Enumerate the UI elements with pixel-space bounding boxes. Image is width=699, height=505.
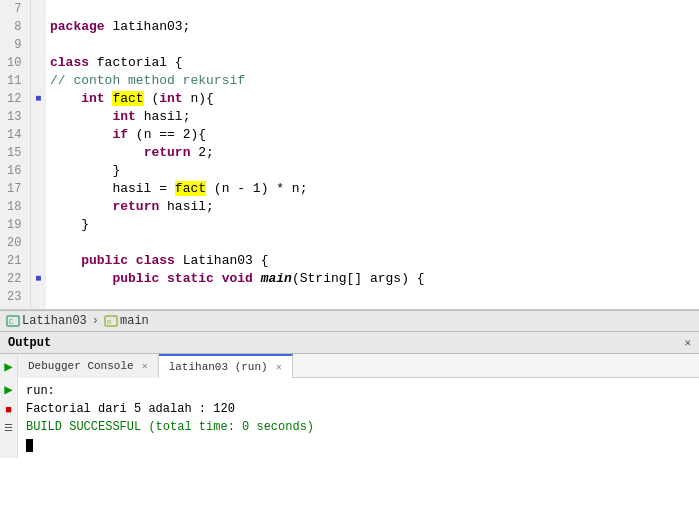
svg-text:C: C bbox=[9, 318, 13, 326]
line-icon bbox=[30, 144, 46, 162]
table-row: 19 } bbox=[0, 216, 699, 234]
line-code bbox=[46, 234, 699, 252]
table-row: 17 hasil = fact (n - 1) * n; bbox=[0, 180, 699, 198]
line-icon bbox=[30, 162, 46, 180]
line-icon bbox=[30, 216, 46, 234]
line-number: 15 bbox=[0, 144, 30, 162]
line-code: if (n == 2){ bbox=[46, 126, 699, 144]
line-code: public class Latihan03 { bbox=[46, 252, 699, 270]
line-code: // contoh method rekursif bbox=[46, 72, 699, 90]
line-code: return hasil; bbox=[46, 198, 699, 216]
method-icon: m bbox=[104, 314, 118, 328]
tab-debugger-close[interactable]: ✕ bbox=[142, 360, 148, 372]
line-icon bbox=[30, 234, 46, 252]
line-code bbox=[46, 288, 699, 306]
output-left-icons: ▶ ▶ ■ ☰ bbox=[0, 354, 18, 458]
table-row: 11 // contoh method rekursif bbox=[0, 72, 699, 90]
line-number: 7 bbox=[0, 0, 30, 18]
line-icon bbox=[30, 18, 46, 36]
line-number: 12 bbox=[0, 90, 30, 108]
breakpoint-icon: ■ bbox=[30, 90, 46, 108]
output-line-factorial: Factorial dari 5 adalah : 120 bbox=[26, 400, 691, 418]
class-icon: C bbox=[6, 314, 20, 328]
line-code bbox=[46, 0, 699, 18]
run-icon[interactable]: ▶ bbox=[4, 358, 12, 375]
table-row: 12 ■ int fact (int n){ bbox=[0, 90, 699, 108]
output-close-icon[interactable]: ✕ bbox=[684, 336, 691, 349]
line-code: hasil = fact (n - 1) * n; bbox=[46, 180, 699, 198]
breadcrumb-separator: › bbox=[92, 314, 99, 328]
output-line-build: BUILD SUCCESSFUL (total time: 0 seconds) bbox=[26, 418, 691, 436]
output-panel: Output ✕ ▶ ▶ ■ ☰ Debugger Console ✕ bbox=[0, 332, 699, 505]
tab-debugger-label: Debugger Console bbox=[28, 360, 134, 372]
breadcrumb-item-class: Latihan03 bbox=[22, 314, 87, 328]
tab-run-label: latihan03 (run) bbox=[169, 361, 268, 373]
output-line-cursor bbox=[26, 436, 691, 454]
line-number: 10 bbox=[0, 54, 30, 72]
table-row: 15 return 2; bbox=[0, 144, 699, 162]
output-line-run: run: bbox=[26, 382, 691, 400]
output-title: Output bbox=[8, 336, 51, 350]
output-tabs: Debugger Console ✕ latihan03 (run) ✕ bbox=[18, 354, 699, 378]
line-number: 19 bbox=[0, 216, 30, 234]
line-number: 9 bbox=[0, 36, 30, 54]
line-number: 18 bbox=[0, 198, 30, 216]
line-icon bbox=[30, 252, 46, 270]
line-number: 21 bbox=[0, 252, 30, 270]
line-number: 17 bbox=[0, 180, 30, 198]
line-code bbox=[46, 36, 699, 54]
line-code: return 2; bbox=[46, 144, 699, 162]
line-code: package latihan03; bbox=[46, 18, 699, 36]
line-number: 20 bbox=[0, 234, 30, 252]
line-icon bbox=[30, 36, 46, 54]
line-icon bbox=[30, 126, 46, 144]
breadcrumb-item-method: main bbox=[120, 314, 149, 328]
run-icon-2[interactable]: ▶ bbox=[4, 381, 12, 398]
table-row: 20 bbox=[0, 234, 699, 252]
editor-area: 7 8 package latihan03; 9 10 class factor… bbox=[0, 0, 699, 310]
line-number: 8 bbox=[0, 18, 30, 36]
line-code: public static void main(String[] args) { bbox=[46, 270, 699, 288]
table-row: 22 ■ public static void main(String[] ar… bbox=[0, 270, 699, 288]
line-code: } bbox=[46, 216, 699, 234]
line-number: 22 bbox=[0, 270, 30, 288]
line-icon bbox=[30, 198, 46, 216]
line-number: 23 bbox=[0, 288, 30, 306]
table-row: 7 bbox=[0, 0, 699, 18]
output-header: Output ✕ bbox=[0, 332, 699, 354]
line-code: class factorial { bbox=[46, 54, 699, 72]
table-row: 23 bbox=[0, 288, 699, 306]
line-icon bbox=[30, 180, 46, 198]
table-row: 10 class factorial { bbox=[0, 54, 699, 72]
table-row: 18 return hasil; bbox=[0, 198, 699, 216]
stop-icon[interactable]: ■ bbox=[5, 404, 12, 416]
tab-debugger-console[interactable]: Debugger Console ✕ bbox=[18, 354, 159, 378]
table-row: 16 } bbox=[0, 162, 699, 180]
line-number: 14 bbox=[0, 126, 30, 144]
line-code: int fact (int n){ bbox=[46, 90, 699, 108]
table-row: 9 bbox=[0, 36, 699, 54]
line-number: 11 bbox=[0, 72, 30, 90]
debug-options-icon[interactable]: ☰ bbox=[4, 422, 13, 434]
svg-text:m: m bbox=[107, 318, 111, 326]
line-number: 13 bbox=[0, 108, 30, 126]
line-icon bbox=[30, 72, 46, 90]
line-icon bbox=[30, 108, 46, 126]
line-icon bbox=[30, 0, 46, 18]
line-code: } bbox=[46, 162, 699, 180]
line-icon bbox=[30, 288, 46, 306]
tab-run-close[interactable]: ✕ bbox=[276, 361, 282, 373]
table-row: 13 int hasil; bbox=[0, 108, 699, 126]
table-row: 8 package latihan03; bbox=[0, 18, 699, 36]
line-code: int hasil; bbox=[46, 108, 699, 126]
table-row: 14 if (n == 2){ bbox=[0, 126, 699, 144]
output-content: run: Factorial dari 5 adalah : 120 BUILD… bbox=[18, 378, 699, 458]
breakpoint-icon: ■ bbox=[30, 270, 46, 288]
line-number: 16 bbox=[0, 162, 30, 180]
breadcrumb: C Latihan03 › m main bbox=[0, 310, 699, 332]
line-icon bbox=[30, 54, 46, 72]
main-layout: 7 8 package latihan03; 9 10 class factor… bbox=[0, 0, 699, 505]
tab-latihan03-run[interactable]: latihan03 (run) ✕ bbox=[159, 354, 293, 378]
code-table: 7 8 package latihan03; 9 10 class factor… bbox=[0, 0, 699, 310]
output-right: Debugger Console ✕ latihan03 (run) ✕ run… bbox=[18, 354, 699, 458]
